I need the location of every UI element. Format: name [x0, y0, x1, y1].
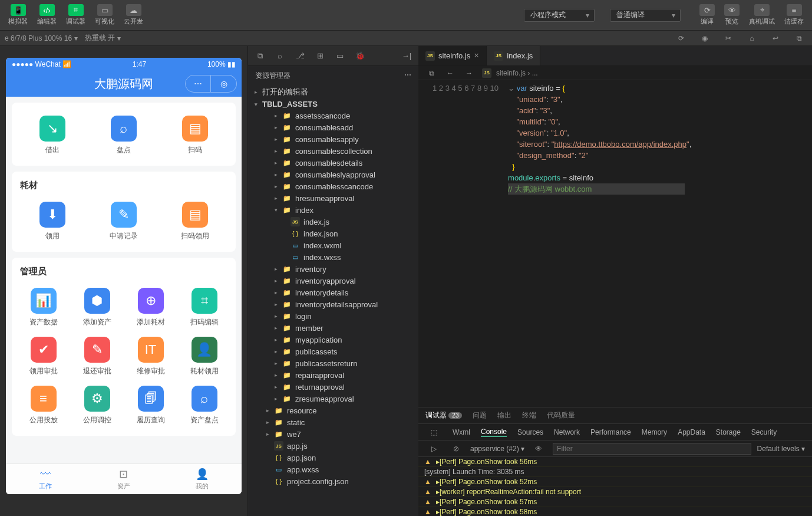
menu-item-盘点[interactable]: ⌕盘点 — [88, 111, 159, 160]
context-select[interactable]: appservice (#2) ▾ — [470, 445, 524, 453]
tree-item-consumablescollection[interactable]: ▸📁consumablescollection — [248, 145, 418, 157]
tree-item-publicassets[interactable]: ▸📁publicassets — [248, 346, 418, 357]
menu-item-添加资产[interactable]: ⬢添加资产 — [70, 283, 124, 332]
devtool-tab-Security[interactable]: Security — [751, 428, 777, 436]
rotate-icon[interactable]: ⟳ — [673, 30, 689, 47]
devtool-tab-Performance[interactable]: Performance — [590, 428, 631, 436]
root-folder[interactable]: ▾TBLD_ASSETS — [248, 98, 418, 110]
tree-item-consumableslyapproval[interactable]: ▸📁consumableslyapproval — [248, 169, 418, 180]
menu-item-扫码编辑[interactable]: ⌗扫码编辑 — [177, 283, 231, 332]
tree-item-static[interactable]: ▸📁static — [248, 416, 418, 428]
tree-item-consumablesadd[interactable]: ▸📁consumablesadd — [248, 121, 418, 133]
mode-select[interactable]: 小程序模式 — [524, 9, 595, 22]
dbg-tab-问题[interactable]: 问题 — [473, 410, 487, 420]
inspect-icon[interactable]: ⬚ — [425, 424, 442, 441]
menu-item-领用审批[interactable]: ✔领用审批 — [16, 332, 70, 381]
toolbar-btn-真机调试[interactable]: ⌖真机调试 — [745, 2, 778, 28]
menu-item-资产盘点[interactable]: ⌕资产盘点 — [177, 381, 231, 430]
menu-item-资产数据[interactable]: 📊资产数据 — [16, 283, 70, 332]
tree-item-repairapproval[interactable]: ▸📁repairapproval — [248, 369, 418, 381]
toolbar-btn-模拟器[interactable]: 📱模拟器 — [5, 2, 31, 28]
tabbar-我的[interactable]: 👤我的 — [163, 464, 242, 494]
tree-item-index.js[interactable]: JSindex.js — [248, 216, 418, 228]
toolbar-btn-可视化[interactable]: ▭可视化 — [91, 2, 118, 28]
tree-item-consumablesdetails[interactable]: ▸📁consumablesdetails — [248, 157, 418, 169]
back-icon[interactable]: ↩ — [767, 30, 784, 47]
nav-fwd-icon[interactable]: → — [461, 65, 477, 81]
tree-item-inventory[interactable]: ▸📁inventory — [248, 263, 418, 275]
tree-item-project.config.json[interactable]: { }project.config.json — [248, 475, 418, 487]
toolbar-btn-清缓存[interactable]: ≡清缓存 — [781, 2, 807, 28]
ext-icon[interactable]: ⊞ — [312, 48, 328, 64]
tree-item-consumablesscancode[interactable]: ▸📁consumablesscancode — [248, 180, 418, 192]
copy-icon[interactable]: ⧉ — [252, 48, 268, 64]
tree-item-publicassetsreturn[interactable]: ▸📁publicassetsreturn — [248, 357, 418, 369]
tree-item-consumablesapply[interactable]: ▸📁consumablesapply — [248, 133, 418, 145]
clear-console-icon[interactable]: ⊘ — [448, 441, 464, 457]
toolbar-btn-编辑器[interactable]: ‹/›编辑器 — [34, 2, 60, 28]
eye-icon[interactable]: 👁 — [530, 441, 547, 457]
editor-tab-siteinfo.js[interactable]: JSsiteinfo.js✕ — [418, 46, 487, 65]
menu-item-领用[interactable]: ⬇领用 — [16, 197, 88, 246]
tree-item-we7[interactable]: ▸📁we7 — [248, 428, 418, 440]
devtool-tab-Wxml[interactable]: Wxml — [453, 428, 470, 436]
capsule-menu[interactable]: ⋯ — [185, 75, 211, 93]
menu-item-退还审批[interactable]: ✎退还审批 — [70, 332, 124, 381]
cut-icon[interactable]: ✂ — [720, 30, 737, 47]
tree-item-assetsscancode[interactable]: ▸📁assetsscancode — [248, 110, 418, 121]
dbg-tab-代码质量[interactable]: 代码质量 — [547, 410, 575, 420]
tree-item-resource[interactable]: ▸📁resource — [248, 405, 418, 416]
compile-select[interactable]: 普通编译 — [610, 9, 681, 22]
toolbar-btn-云开发[interactable]: ☁云开发 — [120, 2, 147, 28]
window-icon[interactable]: ⧉ — [791, 30, 807, 47]
tree-item-login[interactable]: ▸📁login — [248, 310, 418, 322]
search-icon[interactable]: ⌕ — [272, 48, 288, 64]
more-icon[interactable]: ⋯ — [404, 71, 411, 81]
toggle-panel-icon[interactable]: ▷ — [425, 441, 442, 457]
devtool-tab-Console[interactable]: Console — [481, 428, 507, 437]
toolbar-btn-预览[interactable]: 👁预览 — [721, 2, 743, 28]
tabbar-资产[interactable]: ⊡资产 — [84, 464, 163, 494]
tabbar-工作[interactable]: 〰工作 — [6, 464, 84, 494]
tree-item-hresumeapproval[interactable]: ▸📁hresumeapproval — [248, 192, 418, 204]
devtool-tab-AppData[interactable]: AppData — [678, 428, 705, 436]
toolbar-btn-调试器[interactable]: ⌗调试器 — [62, 2, 89, 28]
tree-item-inventorydetailsapproval[interactable]: ▸📁inventorydetailsapproval — [248, 298, 418, 310]
tree-item-inventoryapproval[interactable]: ▸📁inventoryapproval — [248, 275, 418, 287]
devtool-tab-Network[interactable]: Network — [554, 428, 580, 436]
capsule-close[interactable]: ◎ — [211, 75, 237, 93]
tree-item-app.json[interactable]: { }app.json — [248, 452, 418, 464]
record-icon[interactable]: ◉ — [697, 30, 713, 47]
breadcrumb-path[interactable]: siteinfo.js › ... — [496, 69, 538, 77]
collapse-icon[interactable]: →| — [398, 48, 415, 64]
levels-select[interactable]: Default levels ▾ — [757, 445, 805, 453]
box-icon[interactable]: ▭ — [332, 48, 348, 64]
menu-item-耗材领用[interactable]: 👤耗材领用 — [177, 332, 231, 381]
dbg-tab-终端[interactable]: 终端 — [522, 410, 536, 420]
dbg-tab-输出[interactable]: 输出 — [497, 410, 511, 420]
devtool-tab-Sources[interactable]: Sources — [517, 428, 543, 436]
tree-item-index.json[interactable]: { }index.json — [248, 228, 418, 239]
tree-item-index[interactable]: ▾📁index — [248, 204, 418, 216]
editor-tab-index.js[interactable]: JSindex.js — [487, 46, 540, 65]
menu-item-扫码[interactable]: ▤扫码 — [159, 111, 230, 160]
menu-item-添加耗材[interactable]: ⊕添加耗材 — [124, 283, 177, 332]
tree-item-myapplication[interactable]: ▸📁myapplication — [248, 334, 418, 346]
home-icon[interactable]: ⌂ — [744, 30, 760, 47]
tree-item-inventorydetails[interactable]: ▸📁inventorydetails — [248, 287, 418, 298]
open-editors[interactable]: ▸打开的编辑器 — [248, 86, 418, 98]
tree-item-member[interactable]: ▸📁member — [248, 322, 418, 334]
nav-back-icon[interactable]: ← — [442, 65, 458, 81]
hotreload-toggle[interactable]: 热重载 开 ▾ — [85, 33, 121, 43]
tree-item-zresumeapproval[interactable]: ▸📁zresumeapproval — [248, 393, 418, 405]
tree-item-app.js[interactable]: JSapp.js — [248, 440, 418, 452]
menu-item-申请记录[interactable]: ✎申请记录 — [88, 197, 159, 246]
tree-item-returnapproval[interactable]: ▸📁returnapproval — [248, 381, 418, 393]
devtool-tab-Memory[interactable]: Memory — [642, 428, 667, 436]
menu-item-维修审批[interactable]: IT维修审批 — [124, 332, 177, 381]
split-icon[interactable]: ⧉ — [423, 65, 440, 81]
toolbar-btn-编译[interactable]: ⟳编译 — [696, 2, 718, 28]
menu-item-公用调控[interactable]: ⚙公用调控 — [70, 381, 124, 430]
branch-icon[interactable]: ⎇ — [292, 48, 308, 64]
tree-item-index.wxss[interactable]: ▭index.wxss — [248, 251, 418, 263]
